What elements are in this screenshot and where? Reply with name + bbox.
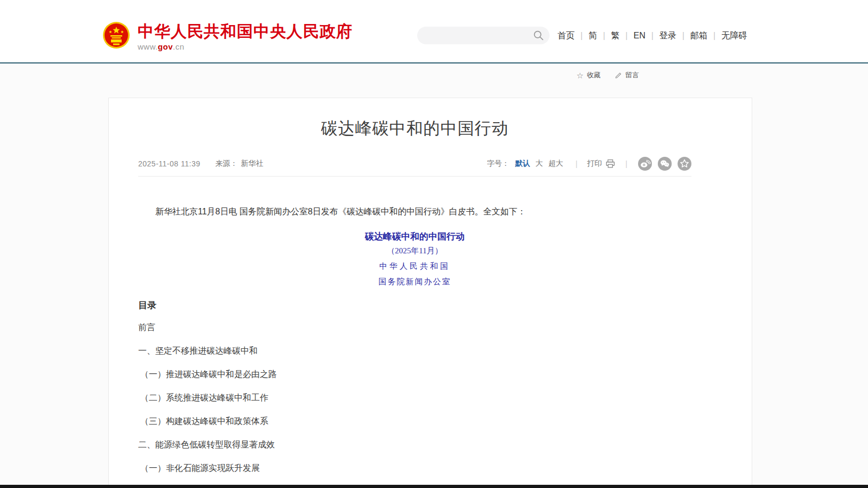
comment-button[interactable]: 留言 <box>615 70 639 80</box>
favorite-button[interactable]: ☆ 收藏 <box>577 70 601 80</box>
article-title: 碳达峰碳中和的中国行动 <box>138 117 691 140</box>
meta-divider <box>138 176 691 177</box>
doc-date: （2025年11月） <box>138 246 691 256</box>
search-box <box>417 27 550 44</box>
national-emblem-icon <box>102 20 130 50</box>
font-size-label: 字号： <box>487 159 509 169</box>
article-card: 碳达峰碳中和的中国行动 2025-11-08 11:39 来源： 新华社 字号：… <box>108 98 752 488</box>
pen-icon <box>615 71 622 79</box>
font-size-xlarge[interactable]: 超大 <box>548 159 563 169</box>
article-date: 2025-11-08 11:39 <box>138 159 200 168</box>
site-title: 中华人民共和国中央人民政府 <box>138 22 353 41</box>
toc-heading: 目录 <box>138 299 691 311</box>
nav-mail[interactable]: 邮箱 <box>676 30 707 42</box>
toc-item-2-1: （一）非化石能源实现跃升发展 <box>138 463 691 474</box>
source-value[interactable]: 新华社 <box>241 159 263 169</box>
nav-traditional[interactable]: 繁 <box>597 30 619 42</box>
search-icon[interactable] <box>533 30 544 41</box>
nav-login[interactable]: 登录 <box>646 30 676 42</box>
url-gov: gov <box>158 42 173 51</box>
star-icon: ☆ <box>577 71 584 79</box>
action-row: ☆ 收藏 留言 <box>0 70 639 81</box>
font-size-default[interactable]: 默认 <box>515 159 530 169</box>
article-meta-row: 2025-11-08 11:39 来源： 新华社 字号： 默认 大 超大 | 打… <box>138 158 691 170</box>
print-label: 打印 <box>587 159 602 169</box>
toc-item-preface: 前言 <box>138 322 691 333</box>
nav-accessibility[interactable]: 无障碍 <box>707 30 747 42</box>
header-divider <box>0 62 868 63</box>
doc-title: 碳达峰碳中和的中国行动 <box>138 230 691 243</box>
separator: | <box>576 159 578 168</box>
toc-item-1-1: （一）推进碳达峰碳中和是必由之路 <box>138 369 691 380</box>
bottom-strip <box>0 485 868 488</box>
source-label: 来源： <box>215 159 237 169</box>
nav-home[interactable]: 首页 <box>558 30 575 42</box>
page: 中华人民共和国中央人民政府 www.gov.cn 首页 简 繁 EN 登录 邮箱… <box>0 0 868 488</box>
toc-item-1-2: （二）系统推进碳达峰碳中和工作 <box>138 393 691 403</box>
site-url: www.gov.cn <box>138 42 353 51</box>
wechat-share-icon[interactable] <box>658 157 672 171</box>
print-button[interactable]: 打印 <box>587 159 616 169</box>
nav-english[interactable]: EN <box>619 31 645 41</box>
toc-list: 前言 一、坚定不移推进碳达峰碳中和 （一）推进碳达峰碳中和是必由之路 （二）系统… <box>138 322 691 486</box>
article-tools: 字号： 默认 大 超大 | 打印 | <box>487 157 691 171</box>
nav-simplified[interactable]: 简 <box>575 30 597 42</box>
separator: | <box>625 159 627 168</box>
toc-item-1: 一、坚定不移推进碳达峰碳中和 <box>138 346 691 356</box>
share-icons <box>638 157 691 171</box>
weibo-share-icon[interactable] <box>638 157 652 171</box>
url-cn: .cn <box>173 42 185 51</box>
brand-text: 中华人民共和国中央人民政府 www.gov.cn <box>138 20 353 51</box>
toc-item-1-3: （三）构建碳达峰碳中和政策体系 <box>138 416 691 427</box>
favorite-label: 收藏 <box>587 70 601 80</box>
doc-org-line2: 国务院新闻办公室 <box>138 277 691 287</box>
toc-item-2: 二、能源绿色低碳转型取得显著成效 <box>138 439 691 450</box>
site-logo[interactable]: 中华人民共和国中央人民政府 www.gov.cn <box>102 20 353 51</box>
top-nav: 首页 简 繁 EN 登录 邮箱 无障碍 <box>558 29 747 42</box>
favorite-share-icon[interactable] <box>678 157 691 171</box>
font-size-large[interactable]: 大 <box>536 159 543 169</box>
comment-label: 留言 <box>625 70 639 80</box>
lead-paragraph: 新华社北京11月8日电 国务院新闻办公室8日发布《碳达峰碳中和的中国行动》白皮书… <box>138 205 691 219</box>
site-header: 中华人民共和国中央人民政府 www.gov.cn 首页 简 繁 EN 登录 邮箱… <box>0 0 868 62</box>
search-input[interactable] <box>426 27 527 44</box>
printer-icon <box>605 159 616 169</box>
doc-org-line1: 中华人民共和国 <box>138 261 691 271</box>
url-www: www. <box>138 42 158 51</box>
